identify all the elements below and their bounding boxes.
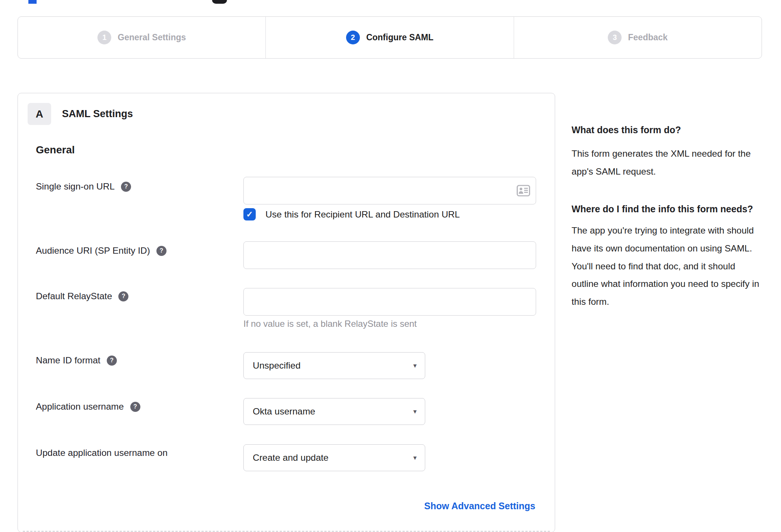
recipient-url-checkbox-label: Use this for Recipient URL and Destinati… (265, 209, 460, 220)
step-general-settings: 1 General Settings (18, 17, 265, 58)
select-value: Create and update (253, 453, 329, 463)
sidebar-heading-what: What does this form do? (572, 123, 763, 137)
sidebar-heading-where: Where do I find the info this form needs… (572, 202, 763, 216)
step-feedback: 3 Feedback (514, 17, 762, 58)
autofill-contact-icon[interactable] (517, 185, 530, 197)
help-icon[interactable]: ? (118, 291, 128, 301)
default-relaystate-input[interactable] (243, 288, 536, 316)
select-value: Okta username (253, 406, 315, 417)
step-label: Configure SAML (366, 32, 433, 43)
name-id-format-label: Name ID format (36, 355, 100, 366)
sso-url-label: Single sign-on URL (36, 181, 115, 192)
relaystate-helper-text: If no value is set, a blank RelayState i… (243, 319, 417, 329)
help-icon[interactable]: ? (121, 182, 131, 192)
name-id-format-select[interactable]: Unspecified ▾ (243, 352, 425, 379)
audience-uri-label: Audience URI (SP Entity ID) (36, 245, 150, 256)
application-username-label: Application username (36, 401, 124, 412)
chevron-down-icon: ▾ (413, 454, 417, 462)
group-heading-general: General (36, 144, 75, 156)
sso-url-input[interactable] (243, 177, 536, 204)
application-username-select[interactable]: Okta username ▾ (243, 398, 425, 425)
sidebar-text-where: The app you're trying to integrate with … (572, 222, 763, 311)
step-number-badge: 1 (97, 31, 111, 44)
step-configure-saml: 2 Configure SAML (265, 17, 513, 58)
cutoff-dark-fragment (212, 0, 227, 4)
section-title: SAML Settings (62, 103, 133, 125)
section-badge: A (28, 103, 51, 125)
show-advanced-settings-link[interactable]: Show Advanced Settings (424, 501, 535, 511)
step-label: General Settings (118, 32, 186, 43)
help-icon[interactable]: ? (156, 246, 167, 256)
panel-bottom-dashed-divider (23, 531, 550, 532)
step-number-badge: 3 (608, 31, 622, 44)
recipient-url-checkbox[interactable]: ✓ (243, 208, 256, 220)
help-sidebar: What does this form do? This form genera… (572, 123, 763, 311)
cutoff-blue-fragment (28, 0, 37, 4)
help-icon[interactable]: ? (130, 402, 140, 412)
select-value: Unspecified (253, 360, 301, 371)
step-label: Feedback (628, 32, 668, 43)
saml-settings-panel: A SAML Settings General Single sign-on U… (18, 93, 555, 532)
update-application-username-label: Update application username on (36, 448, 168, 458)
checkmark-icon: ✓ (246, 210, 253, 219)
default-relaystate-label: Default RelayState (36, 291, 112, 301)
update-application-username-select[interactable]: Create and update ▾ (243, 444, 425, 471)
chevron-down-icon: ▾ (413, 407, 417, 416)
sidebar-text-what: This form generates the XML needed for t… (572, 145, 763, 181)
step-number-badge: 2 (346, 31, 360, 44)
chevron-down-icon: ▾ (413, 362, 417, 370)
help-icon[interactable]: ? (107, 356, 117, 366)
wizard-stepper: 1 General Settings 2 Configure SAML 3 Fe… (18, 16, 762, 59)
audience-uri-input[interactable] (243, 241, 536, 269)
